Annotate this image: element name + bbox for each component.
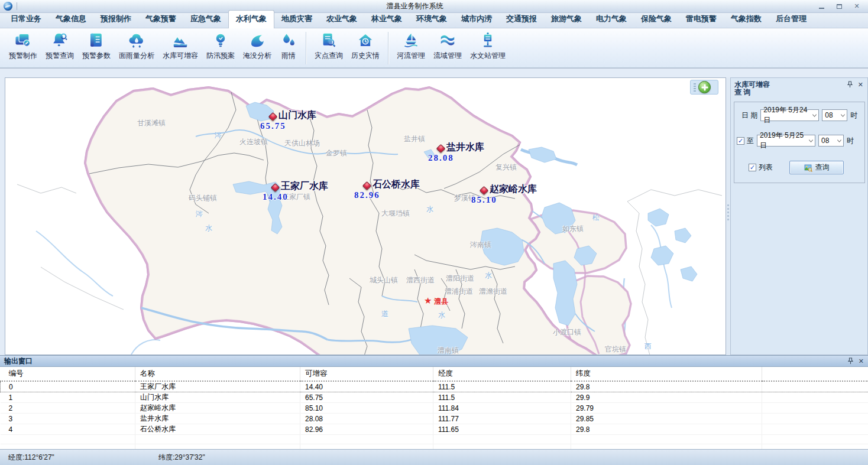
tool-river-manage[interactable]: 河流管理	[393, 29, 429, 67]
menu-item[interactable]: 雷电预警	[679, 11, 724, 28]
start-hour-value: 08	[825, 111, 833, 119]
tool-label: 面雨量分析	[119, 51, 154, 61]
reservoir-capacity-panel: 水库可增容 查 询 ✕ 日 期 2019年 5月24日 08	[730, 77, 868, 355]
vertical-splitter[interactable]	[726, 77, 730, 355]
tool-label: 防汛预案	[206, 51, 235, 61]
col-header-id[interactable]: 编号	[1, 367, 135, 381]
menu-item[interactable]: 旅游气象	[544, 11, 589, 28]
reservoir-name-label: 石公桥水库	[373, 178, 420, 191]
tool-label: 雨情	[281, 51, 296, 61]
tool-alert-params[interactable]: 预警参数	[78, 29, 115, 67]
col-header-capacity[interactable]: 可增容	[300, 367, 433, 381]
menu-item[interactable]: 应急气象	[183, 11, 228, 28]
col-header-empty	[762, 367, 868, 381]
disaster-search-icon	[320, 29, 338, 51]
to-label: 至	[747, 136, 754, 146]
menu-item[interactable]: 城市内涝	[454, 11, 499, 28]
close-panel-icon[interactable]: ✕	[859, 358, 864, 365]
tool-disaster-history[interactable]: 历史灾情	[347, 29, 384, 67]
table-row[interactable]: 3盐井水库28.08111.7729.85	[1, 414, 868, 424]
menu-item[interactable]: 交通预报	[499, 11, 544, 28]
close-panel-icon[interactable]: ✕	[858, 82, 863, 88]
menu-item[interactable]: 环境气象	[409, 11, 454, 28]
reservoir-value-label: 65.75	[260, 121, 286, 131]
star-icon: ★	[424, 295, 432, 306]
start-hour-select[interactable]: 08	[822, 109, 847, 121]
maximize-button[interactable]	[830, 1, 848, 12]
window-title: 澧县业务制作系统	[17, 1, 812, 11]
river-icon	[402, 29, 420, 51]
tool-label: 预警制作	[9, 51, 37, 61]
tool-basin-manage[interactable]: 流域管理	[429, 29, 466, 67]
tool-label: 河流管理	[397, 51, 425, 61]
menu-item[interactable]: 日常业务	[4, 11, 48, 28]
minimize-button[interactable]	[812, 1, 830, 12]
menu-item[interactable]: 林业气象	[364, 11, 409, 28]
tool-flood-plan[interactable]: 防汛预案	[202, 29, 239, 67]
output-window: 输出窗口 ✕ 编号 名称 可增容 经度 纬度	[0, 355, 868, 449]
col-header-name[interactable]: 名称	[135, 367, 300, 381]
tool-label: 水文站管理	[470, 51, 506, 61]
menu-item-selected[interactable]: 水利气象	[228, 10, 274, 28]
tool-label: 淹没分析	[243, 51, 271, 61]
close-button[interactable]: ✕	[848, 1, 866, 12]
table-row[interactable]: 0王家厂水库14.40111.529.8	[1, 381, 868, 392]
output-title: 输出窗口	[4, 356, 33, 366]
tool-reservoir-capacity[interactable]: 水库可增容	[158, 29, 202, 67]
hydro-station-icon	[479, 29, 497, 51]
end-date-select[interactable]: 2019年 5月25日	[757, 135, 815, 147]
menu-item[interactable]: 气象信息	[48, 11, 93, 28]
pin-icon[interactable]	[848, 357, 853, 365]
basin-icon	[439, 29, 456, 51]
col-header-latitude[interactable]: 纬度	[571, 367, 762, 381]
list-label: 列表	[759, 162, 773, 173]
drag-grip-icon	[694, 83, 696, 92]
date-label: 日 期	[741, 110, 757, 121]
main-area: 甘溪滩镇 火连坡镇 天供山林场 金罗镇 盐井镇 复兴镇 码头铺镇 王家厂镇 梦溪…	[0, 68, 868, 355]
reservoir-name-label: 王家厂水库	[281, 180, 328, 193]
hour-suffix: 时	[847, 136, 854, 146]
to-date-checkbox[interactable]	[737, 137, 744, 145]
toolbar-group-water: 河流管理 流域管理 水文站管理	[393, 29, 510, 67]
output-table-area: 编号 名称 可增容 经度 纬度 0王家厂水库14.40111.529.8 1山门…	[0, 367, 868, 449]
tool-rain-analysis[interactable]: 面雨量分析	[115, 29, 158, 67]
list-checkbox[interactable]	[749, 164, 756, 171]
menu-item[interactable]: 电力气象	[589, 11, 634, 28]
tool-hydro-station-manage[interactable]: 水文站管理	[466, 29, 510, 67]
chevron-down-icon	[840, 113, 846, 118]
menu-item[interactable]: 后台管理	[769, 11, 814, 28]
pin-icon[interactable]	[847, 81, 853, 88]
map-tool-strip[interactable]	[690, 80, 718, 95]
menu-item[interactable]: 预报制作	[93, 11, 138, 28]
col-header-longitude[interactable]: 经度	[433, 367, 571, 381]
tool-alert-query[interactable]: 预警查询	[41, 29, 78, 67]
end-hour-select[interactable]: 08	[818, 135, 844, 147]
toolbar-group-warning: 预警制作 预警查询 预警参数 面雨量分析 水库可增容 防汛预案	[5, 29, 302, 67]
menu-item[interactable]: 农业气象	[319, 11, 364, 28]
menu-item[interactable]: 气象预警	[138, 11, 183, 28]
tool-label: 水库可增容	[163, 51, 198, 61]
table-row[interactable]: 1山门水库65.75111.529.9	[1, 392, 868, 403]
toolbar: 预警制作 预警查询 预警参数 面雨量分析 水库可增容 防汛预案	[0, 28, 868, 68]
reservoir-value-label: 85.10	[471, 195, 497, 205]
tool-disaster-search[interactable]: 灾点查询	[310, 29, 347, 67]
menu-item[interactable]: 气象指数	[724, 11, 769, 28]
start-date-value: 2019年 5月24日	[763, 105, 812, 125]
tool-alert-edit[interactable]: 预警制作	[5, 29, 41, 67]
table-row[interactable]: 4石公桥水库82.96111.6529.8	[1, 424, 868, 435]
table-row[interactable]: 2赵家峪水库85.10111.8429.79	[1, 403, 868, 414]
query-button-label: 查询	[815, 162, 830, 173]
rain-icon	[280, 29, 297, 51]
reservoir-value-label: 28.08	[428, 153, 454, 163]
tool-rain-condition[interactable]: 雨情	[276, 29, 302, 67]
start-date-select[interactable]: 2019年 5月24日	[760, 109, 819, 121]
menu-item[interactable]: 保险气象	[634, 11, 679, 28]
alert-edit-icon	[14, 29, 32, 51]
status-bar: 经度:112°6'27" 纬度:29°37'32"	[0, 449, 868, 465]
tool-submerge-analysis[interactable]: 淹没分析	[239, 29, 276, 67]
map-canvas[interactable]: 甘溪滩镇 火连坡镇 天供山林场 金罗镇 盐井镇 复兴镇 码头铺镇 王家厂镇 梦溪…	[5, 77, 726, 355]
zoom-in-button[interactable]	[698, 81, 711, 93]
menu-item[interactable]: 地质灾害	[274, 11, 319, 28]
query-button[interactable]: 查询	[789, 161, 844, 174]
query-groupbox: 日 期 2019年 5月24日 08 时 至 2019年 5月2	[734, 102, 865, 183]
